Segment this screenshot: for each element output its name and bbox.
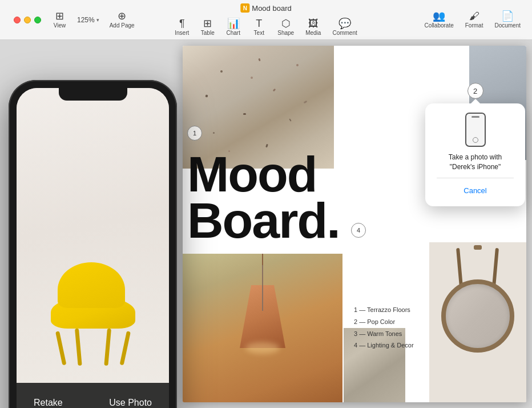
collaborate-label: Collaborate (425, 22, 454, 29)
table-icon: ⊞ (203, 18, 212, 28)
retake-button[interactable]: Retake (34, 398, 63, 408)
text-icon: T (256, 18, 262, 28)
format-label: Format (465, 22, 483, 29)
close-button[interactable] (14, 17, 21, 23)
insert-icon: ¶ (179, 18, 185, 28)
document-button[interactable]: 📄 Document (489, 9, 526, 31)
cancel-button[interactable]: Cancel (457, 184, 493, 197)
comment-button[interactable]: 💬 Comment (327, 15, 362, 38)
toolbar: ⊞ View 125% ▾ ⊕ Add Page N Mood board ¶ … (0, 0, 532, 40)
text-label: Text (254, 29, 264, 35)
title-line1: Mood (187, 151, 340, 198)
comment-icon: 💬 (338, 18, 351, 28)
zoom-chevron: ▾ (96, 17, 99, 23)
legend-item-3: 3 — Warm Tones (354, 329, 414, 339)
media-label: Media (305, 29, 321, 35)
chart-icon: 📊 (227, 18, 240, 28)
popup-divider (437, 178, 514, 178)
minimize-button[interactable] (24, 17, 31, 23)
chair-object (51, 262, 135, 366)
legend-item-4: 4 — Lighting & Decor (354, 340, 414, 351)
media-button[interactable]: 🖼 Media (300, 15, 327, 38)
collaborate-icon: 👥 (433, 11, 445, 21)
add-page-button[interactable]: ⊕ Add Page (104, 9, 140, 31)
window-title: Mood board (252, 4, 291, 13)
add-page-label: Add Page (110, 22, 135, 29)
zoom-control[interactable]: 125% ▾ (72, 14, 104, 26)
traffic-lights (14, 17, 41, 23)
main-area: Mood Board. (0, 40, 532, 408)
maximize-button[interactable] (34, 17, 41, 23)
format-button[interactable]: 🖌 Format (460, 9, 489, 31)
use-photo-button[interactable]: Use Photo (109, 398, 152, 408)
iphone-screen: Retake Use Photo (17, 88, 169, 408)
media-icon: 🖼 (308, 18, 319, 28)
title-line2: Board. (187, 198, 340, 244)
phone-icon (465, 113, 486, 147)
view-button[interactable]: ⊞ View (47, 9, 72, 31)
iphone-device: Retake Use Photo (9, 80, 177, 408)
lamp-image (183, 254, 342, 402)
document-label: Document (494, 22, 521, 29)
app-icon: N (240, 3, 249, 13)
iphone-camera-view (17, 88, 169, 408)
legend: 1 — Terrazzo Floors 2 — Pop Color 3 — Wa… (354, 305, 414, 351)
chart-button[interactable]: 📊 Chart (220, 15, 246, 38)
shape-icon: ⬡ (281, 18, 291, 28)
shape-label: Shape (277, 29, 294, 35)
number-circle-4: 4 (351, 223, 366, 238)
popup-message: Take a photo with"Derek's iPhone" (449, 153, 502, 172)
number-circle-1: 1 (187, 126, 202, 141)
mirror-image (429, 242, 526, 402)
comment-label: Comment (332, 29, 357, 35)
document-icon: 📄 (501, 11, 514, 21)
format-icon: 🖌 (469, 11, 479, 21)
iphone-photo-popup[interactable]: Take a photo with"Derek's iPhone" Cancel (425, 103, 525, 206)
legend-item-2: 2 — Pop Color (354, 317, 414, 327)
collaborate-button[interactable]: 👥 Collaborate (419, 9, 460, 31)
shape-button[interactable]: ⬡ Shape (272, 15, 300, 38)
iphone-notch (59, 88, 127, 101)
popup-container: 2 Take a photo with"Derek's iPhone" Canc… (425, 83, 525, 206)
view-icon: ⊞ (55, 11, 64, 21)
table-button[interactable]: ⊞ Table (195, 15, 220, 38)
page-2-badge: 2 (467, 83, 483, 99)
add-page-icon: ⊕ (118, 11, 126, 21)
legend-item-1: 1 — Terrazzo Floors (354, 305, 414, 315)
text-button[interactable]: T Text (246, 15, 272, 38)
table-label: Table (201, 29, 215, 35)
zoom-value: 125% (77, 16, 95, 24)
mood-board-title: Mood Board. (183, 151, 340, 244)
insert-label: Insert (175, 29, 189, 35)
iphone-camera-controls: Retake Use Photo (17, 383, 169, 408)
chart-label: Chart (227, 29, 240, 35)
window-title-section: N Mood board (240, 3, 291, 13)
insert-button[interactable]: ¶ Insert (169, 15, 195, 38)
